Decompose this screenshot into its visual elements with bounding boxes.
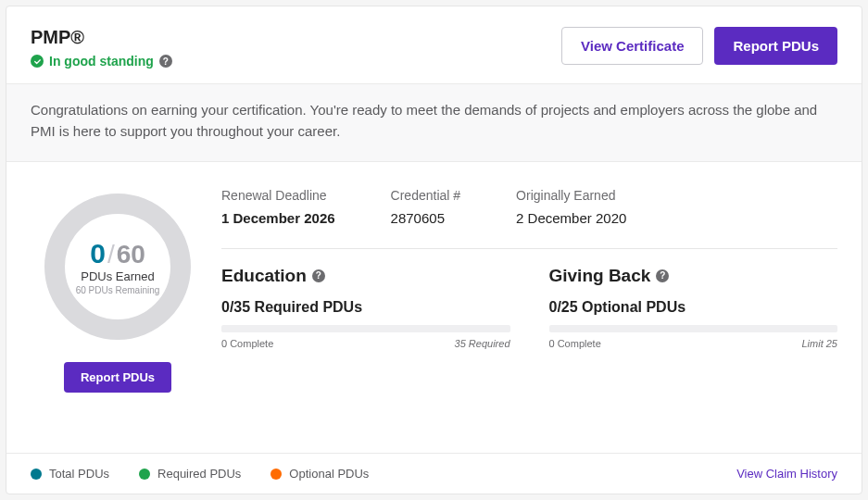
section-title-row: Giving Back ? <box>549 266 838 286</box>
legend: Total PDUs Required PDUs Optional PDUs <box>31 467 369 481</box>
donut-center: 0 / 60 PDUs Earned 60 PDUs Remaining <box>39 188 196 345</box>
legend-item-optional: Optional PDUs <box>270 467 369 481</box>
meta-label: Credential # <box>391 188 461 203</box>
legend-label: Total PDUs <box>49 467 109 481</box>
cert-title: PMP® <box>31 27 172 48</box>
status-row: In good standing ? <box>31 54 172 69</box>
legend-label: Optional PDUs <box>289 467 369 481</box>
education-section: Education ? 0/35 Required PDUs 0 Complet… <box>221 266 510 349</box>
dot-icon <box>31 469 42 480</box>
dot-icon <box>270 469 282 480</box>
donut-earned-value: 0 <box>90 238 106 269</box>
meta-value: 2 December 2020 <box>516 210 626 226</box>
donut-label: PDUs Earned <box>81 269 154 283</box>
credential-number: Credential # 2870605 <box>391 188 461 226</box>
metadata-row: Renewal Deadline 1 December 2026 Credent… <box>221 188 837 249</box>
report-pdus-button-secondary[interactable]: Report PDUs <box>64 362 171 393</box>
dot-icon <box>139 469 150 480</box>
header-actions: View Certificate Report PDUs <box>561 27 837 65</box>
progress-labels: 0 Complete 35 Required <box>221 338 510 349</box>
section-subtitle: 0/35 Required PDUs <box>221 299 510 316</box>
view-claim-history-link[interactable]: View Claim History <box>736 467 837 481</box>
meta-label: Originally Earned <box>516 188 626 203</box>
meta-value: 1 December 2026 <box>221 210 335 226</box>
certification-card: PMP® In good standing ? View Certificate… <box>6 6 862 494</box>
title-block: PMP® In good standing ? <box>31 27 172 69</box>
info-column: Renewal Deadline 1 December 2026 Credent… <box>221 188 837 393</box>
donut-remaining: 60 PDUs Remaining <box>76 285 160 295</box>
donut-column: 0 / 60 PDUs Earned 60 PDUs Remaining Rep… <box>31 188 205 393</box>
renewal-deadline: Renewal Deadline 1 December 2026 <box>221 188 335 226</box>
progress-required: 35 Required <box>455 338 510 349</box>
originally-earned: Originally Earned 2 December 2020 <box>516 188 626 226</box>
help-icon[interactable]: ? <box>312 269 325 282</box>
donut-total-value: 60 <box>117 240 145 269</box>
status-text: In good standing <box>49 54 154 69</box>
section-title: Giving Back <box>549 266 651 286</box>
pdu-sections: Education ? 0/35 Required PDUs 0 Complet… <box>221 266 837 349</box>
help-icon[interactable]: ? <box>159 55 172 68</box>
meta-label: Renewal Deadline <box>221 188 335 203</box>
section-subtitle: 0/25 Optional PDUs <box>549 299 838 316</box>
donut-slash: / <box>107 240 115 269</box>
progress-bar <box>549 325 838 332</box>
report-pdus-button[interactable]: Report PDUs <box>714 27 837 65</box>
progress-labels: 0 Complete Limit 25 <box>549 338 838 349</box>
progress-bar <box>221 325 510 332</box>
progress-complete: 0 Complete <box>221 338 273 349</box>
help-icon[interactable]: ? <box>656 269 669 282</box>
section-title: Education <box>221 266 307 286</box>
view-certificate-button[interactable]: View Certificate <box>561 27 703 65</box>
legend-item-total: Total PDUs <box>31 467 109 481</box>
card-body: 0 / 60 PDUs Earned 60 PDUs Remaining Rep… <box>6 162 862 404</box>
meta-value: 2870605 <box>391 210 461 226</box>
legend-item-required: Required PDUs <box>139 467 241 481</box>
donut-fraction: 0 / 60 <box>90 238 145 269</box>
progress-limit: Limit 25 <box>801 338 837 349</box>
giving-back-section: Giving Back ? 0/25 Optional PDUs 0 Compl… <box>549 266 838 349</box>
section-title-row: Education ? <box>221 266 510 286</box>
pdu-donut-chart: 0 / 60 PDUs Earned 60 PDUs Remaining <box>39 188 196 345</box>
legend-label: Required PDUs <box>157 467 241 481</box>
card-header: PMP® In good standing ? View Certificate… <box>6 6 862 83</box>
congrats-message: Congratulations on earning your certific… <box>6 83 862 162</box>
card-footer: Total PDUs Required PDUs Optional PDUs V… <box>6 453 862 494</box>
check-circle-icon <box>31 55 44 68</box>
progress-complete: 0 Complete <box>549 338 601 349</box>
